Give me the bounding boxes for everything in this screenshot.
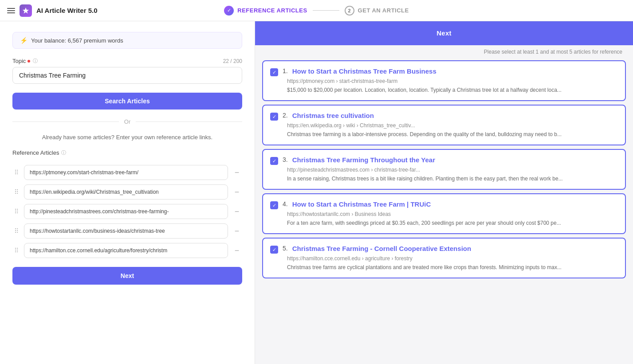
article-title[interactable]: How to Start a Christmas Tree Farm | TRU… bbox=[292, 200, 431, 208]
url-input-2[interactable] bbox=[24, 184, 228, 200]
remove-url-button-1[interactable]: − bbox=[232, 167, 242, 178]
article-card: ✓ 1. How to Start a Christmas Tree Farm … bbox=[262, 60, 626, 101]
drag-handle-icon[interactable]: ⠿ bbox=[12, 168, 20, 177]
article-num: 5. bbox=[283, 245, 288, 252]
remove-url-button-2[interactable]: − bbox=[232, 187, 242, 197]
article-card: ✓ 3. Christmas Tree Farming Throughout t… bbox=[262, 149, 626, 190]
article-checkbox-2[interactable]: ✓ bbox=[270, 113, 278, 121]
url-input-4[interactable] bbox=[24, 223, 228, 239]
article-url: http://pinesteadchristmastrees.com › chr… bbox=[287, 167, 618, 173]
url-row: ⠿ − bbox=[12, 204, 242, 219]
checkmark-icon: ✓ bbox=[272, 247, 276, 253]
app-title: AI Article Writer 5.0 bbox=[36, 7, 98, 14]
article-snippet: Christmas tree farms are cyclical planta… bbox=[287, 263, 618, 271]
articles-list: ✓ 1. How to Start a Christmas Tree Farm … bbox=[255, 57, 633, 286]
checkmark-icon: ✓ bbox=[272, 158, 276, 164]
drag-handle-icon[interactable]: ⠿ bbox=[12, 207, 20, 216]
char-count: 22 / 200 bbox=[223, 58, 242, 64]
article-num: 2. bbox=[283, 112, 288, 119]
drag-handle-icon[interactable]: ⠿ bbox=[12, 188, 20, 196]
article-card: ✓ 2. Christmas tree cultivation https://… bbox=[262, 105, 626, 145]
checkmark-icon: ✓ bbox=[272, 203, 276, 208]
step2-indicator: 2 GET AN ARTICLE bbox=[345, 6, 409, 16]
article-num: 1. bbox=[283, 67, 288, 74]
topic-group: Topic ⓘ 22 / 200 bbox=[12, 58, 242, 84]
article-header: ✓ 1. How to Start a Christmas Tree Farm … bbox=[270, 67, 618, 76]
article-snippet: In a sense raising, Christmas trees is a… bbox=[287, 175, 618, 183]
hamburger-menu-icon[interactable] bbox=[7, 8, 15, 13]
url-row: ⠿ − bbox=[12, 223, 242, 239]
article-checkbox-5[interactable]: ✓ bbox=[270, 246, 278, 254]
url-input-5[interactable] bbox=[24, 243, 228, 258]
topic-input[interactable] bbox=[12, 67, 242, 84]
article-title[interactable]: Christmas Tree Farming - Cornell Coopera… bbox=[292, 245, 471, 252]
article-header: ✓ 3. Christmas Tree Farming Throughout t… bbox=[270, 156, 618, 165]
next-button-top[interactable]: Next bbox=[436, 29, 452, 37]
article-url: https://en.wikipedia.org › wiki › Christ… bbox=[287, 122, 618, 129]
article-title[interactable]: Christmas Tree Farming Throughout the Ye… bbox=[292, 156, 435, 164]
article-snippet: Christmas tree farming is a labor-intens… bbox=[287, 130, 618, 138]
article-card: ✓ 4. How to Start a Christmas Tree Farm … bbox=[262, 193, 626, 234]
right-panel: Next Please select at least 1 and at mos… bbox=[255, 21, 633, 364]
url-input-3[interactable] bbox=[24, 204, 228, 219]
article-title[interactable]: Christmas tree cultivation bbox=[292, 112, 374, 119]
topic-label: Topic ⓘ bbox=[12, 58, 38, 64]
article-num: 4. bbox=[283, 200, 288, 207]
search-articles-button[interactable]: Search Articles bbox=[12, 93, 242, 110]
url-row: ⠿ − bbox=[12, 243, 242, 258]
url-row: ⠿ − bbox=[12, 184, 242, 200]
drag-handle-icon[interactable]: ⠿ bbox=[12, 246, 20, 255]
article-num: 3. bbox=[283, 156, 288, 163]
article-header: ✓ 5. Christmas Tree Farming - Cornell Co… bbox=[270, 245, 618, 254]
step1-indicator: ✓ REFERENCE ARTICLES bbox=[224, 6, 307, 16]
article-checkbox-1[interactable]: ✓ bbox=[270, 68, 278, 76]
step1-label: REFERENCE ARTICLES bbox=[237, 7, 307, 14]
article-header: ✓ 2. Christmas tree cultivation bbox=[270, 112, 618, 121]
url-row: ⠿ − bbox=[12, 165, 242, 180]
url-input-1[interactable] bbox=[24, 165, 228, 180]
article-url: https://hamilton.cce.cornell.edu › agric… bbox=[287, 255, 618, 262]
left-panel: ⚡ Your balance: 6,567 premium words Topi… bbox=[0, 21, 255, 364]
step1-badge: ✓ bbox=[224, 6, 234, 16]
remove-url-button-3[interactable]: − bbox=[232, 206, 242, 217]
article-url: https://ptmoney.com › start-christmas-tr… bbox=[287, 78, 618, 84]
balance-text: Your balance: 6,567 premium words bbox=[31, 37, 123, 44]
step2-label: GET AN ARTICLE bbox=[358, 7, 409, 14]
already-have-articles-text: Already have some articles? Enter your o… bbox=[12, 134, 242, 141]
or-divider: Or bbox=[12, 118, 242, 125]
article-url: https://howtostartanllc.com › Business I… bbox=[287, 211, 618, 217]
article-snippet: $15,000 to $20,000 per location. Locatio… bbox=[287, 86, 618, 94]
remove-url-button-5[interactable]: − bbox=[232, 245, 242, 256]
next-bar: Next bbox=[255, 21, 633, 45]
balance-bar: ⚡ Your balance: 6,567 premium words bbox=[12, 32, 242, 49]
step2-num: 2 bbox=[345, 6, 354, 16]
next-button-left[interactable]: Next bbox=[12, 267, 242, 285]
lightning-icon: ⚡ bbox=[20, 37, 28, 44]
selection-hint: Please select at least 1 and at most 5 a… bbox=[255, 45, 633, 57]
article-title[interactable]: How to Start a Christmas Tree Farm Busin… bbox=[292, 67, 436, 75]
step1-check-icon: ✓ bbox=[227, 8, 231, 13]
remove-url-button-4[interactable]: − bbox=[232, 226, 242, 236]
step-divider bbox=[313, 10, 339, 11]
url-list: ⠿ − ⠿ − ⠿ − ⠿ − ⠿ − bbox=[12, 165, 242, 258]
checkmark-icon: ✓ bbox=[272, 114, 276, 120]
article-checkbox-3[interactable]: ✓ bbox=[270, 157, 278, 165]
top-navigation: AI Article Writer 5.0 ✓ REFERENCE ARTICL… bbox=[0, 0, 633, 21]
app-logo bbox=[20, 4, 32, 17]
required-indicator bbox=[28, 60, 30, 63]
reference-articles-label: Reference Articles ⓘ bbox=[12, 149, 242, 156]
article-header: ✓ 4. How to Start a Christmas Tree Farm … bbox=[270, 200, 618, 209]
article-snippet: For a ten acre farm, with seedlings pric… bbox=[287, 219, 618, 227]
article-card: ✓ 5. Christmas Tree Farming - Cornell Co… bbox=[262, 238, 626, 278]
article-checkbox-4[interactable]: ✓ bbox=[270, 201, 278, 209]
checkmark-icon: ✓ bbox=[272, 70, 276, 75]
drag-handle-icon[interactable]: ⠿ bbox=[12, 227, 20, 235]
